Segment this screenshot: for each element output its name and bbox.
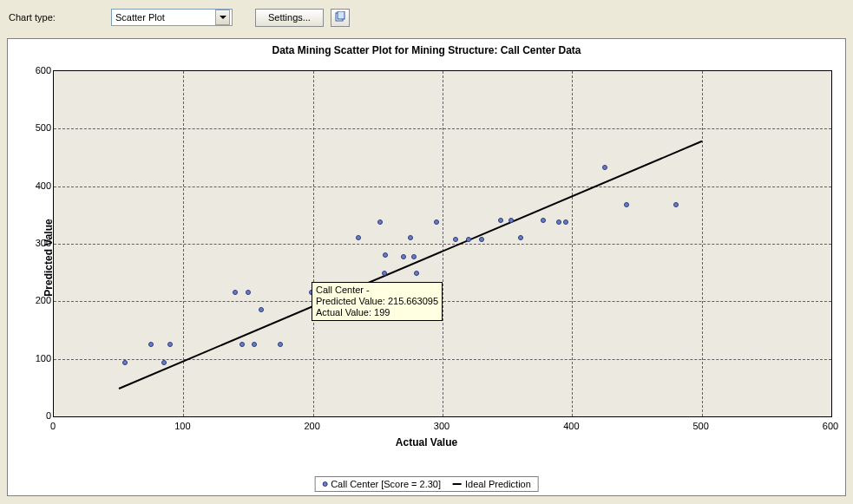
data-point[interactable] — [408, 235, 413, 240]
x-tick-label: 300 — [434, 421, 449, 431]
y-tick-label: 600 — [32, 65, 51, 75]
data-point[interactable] — [563, 219, 568, 225]
gridline-horizontal — [54, 187, 831, 187]
gridline-horizontal — [54, 128, 831, 129]
chart-type-label: Chart type: — [9, 12, 104, 23]
legend-ideal-label: Ideal Prediction — [465, 479, 531, 489]
data-point[interactable] — [434, 219, 439, 225]
data-point[interactable] — [356, 235, 361, 240]
y-tick-label: 400 — [32, 180, 51, 191]
dropdown-arrow-button[interactable] — [215, 10, 230, 25]
data-point[interactable] — [383, 252, 388, 258]
toolbar: Chart type: Scatter Plot Settings... — [0, 0, 853, 38]
gridline-horizontal — [54, 359, 831, 360]
settings-button-label: Settings... — [268, 12, 311, 23]
data-point[interactable] — [233, 290, 238, 295]
chart-panel: Data Mining Scatter Plot for Mining Stru… — [7, 38, 846, 496]
legend-marker-line — [453, 483, 462, 485]
settings-button[interactable]: Settings... — [255, 9, 324, 27]
x-tick-label: 0 — [50, 421, 56, 431]
data-point[interactable] — [239, 342, 245, 347]
y-tick-label: 500 — [32, 122, 51, 133]
legend-item-series: Call Center [Score = 2.30] — [322, 479, 441, 489]
x-tick-label: 400 — [563, 421, 579, 431]
tooltip-line: Call Center - — [316, 285, 438, 296]
data-point[interactable] — [148, 342, 154, 347]
data-point[interactable] — [401, 254, 406, 259]
data-point[interactable] — [278, 342, 283, 347]
y-tick-label: 300 — [32, 238, 51, 248]
y-tick-label: 0 — [32, 410, 51, 421]
data-point[interactable] — [411, 254, 417, 259]
tooltip: Call Center - Predicted Value: 215.66309… — [312, 282, 443, 321]
data-point[interactable] — [518, 235, 523, 240]
x-tick-label: 600 — [823, 421, 838, 431]
data-point[interactable] — [453, 237, 458, 242]
chart-type-dropdown[interactable]: Scatter Plot — [111, 9, 233, 26]
chart-title: Data Mining Scatter Plot for Mining Stru… — [8, 39, 845, 63]
data-point[interactable] — [122, 360, 128, 365]
x-tick-label: 100 — [174, 421, 190, 431]
data-point[interactable] — [498, 218, 503, 223]
data-point[interactable] — [466, 237, 471, 242]
data-point[interactable] — [624, 202, 629, 207]
chevron-down-icon — [220, 16, 226, 19]
plot-stage: Predicted Value Actual Value 01002003004… — [8, 63, 845, 452]
data-point[interactable] — [673, 202, 679, 207]
data-point[interactable] — [252, 342, 257, 347]
gridline-horizontal — [54, 244, 831, 245]
x-axis-label: Actual Value — [8, 436, 845, 448]
data-point[interactable] — [246, 290, 251, 295]
y-tick-label: 100 — [32, 353, 51, 363]
data-point[interactable] — [377, 219, 383, 225]
x-tick-label: 500 — [692, 421, 708, 431]
data-point[interactable] — [509, 218, 514, 223]
data-point[interactable] — [556, 219, 561, 225]
data-point[interactable] — [414, 271, 419, 276]
data-point[interactable] — [167, 342, 173, 347]
legend-item-ideal: Ideal Prediction — [453, 479, 531, 489]
data-point[interactable] — [479, 237, 484, 242]
chart-type-value: Scatter Plot — [115, 12, 165, 23]
copy-icon — [334, 11, 346, 23]
ideal-prediction-line — [118, 141, 702, 389]
x-tick-label: 200 — [304, 421, 319, 431]
data-point[interactable] — [161, 360, 167, 365]
data-point[interactable] — [541, 218, 546, 223]
copy-button[interactable] — [331, 9, 350, 27]
tooltip-line: Actual Value: 199 — [316, 307, 438, 318]
legend-series-label: Call Center [Score = 2.30] — [331, 479, 441, 489]
data-point[interactable] — [259, 307, 264, 312]
tooltip-line: Predicted Value: 215.663095 — [316, 296, 438, 307]
svg-rect-1 — [338, 11, 344, 19]
data-point[interactable] — [602, 165, 607, 170]
legend-marker-dot — [322, 481, 327, 487]
legend: Call Center [Score = 2.30] Ideal Predict… — [314, 476, 539, 492]
y-tick-label: 200 — [32, 295, 51, 305]
plot-area[interactable] — [53, 70, 832, 417]
